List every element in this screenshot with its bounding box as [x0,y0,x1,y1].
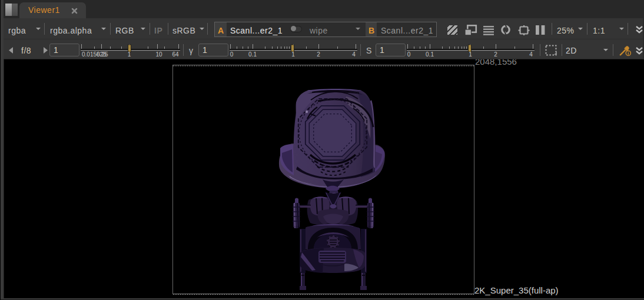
svg-text:0: 0 [407,51,411,58]
svg-text:4: 4 [529,51,533,58]
svg-text:0.1: 0.1 [248,51,257,58]
svg-text:1: 1 [128,51,131,58]
svg-text:2: 2 [494,51,497,58]
svg-text:64: 64 [172,51,179,58]
svg-text:0: 0 [230,51,234,58]
svg-text:0.1: 0.1 [426,51,434,58]
svg-text:2: 2 [317,51,320,58]
svg-text:10: 10 [155,51,162,58]
svg-text:0.25: 0.25 [97,51,108,58]
svg-text:4: 4 [352,51,356,58]
svg-text:1: 1 [469,51,472,58]
svg-text:1: 1 [291,51,295,58]
